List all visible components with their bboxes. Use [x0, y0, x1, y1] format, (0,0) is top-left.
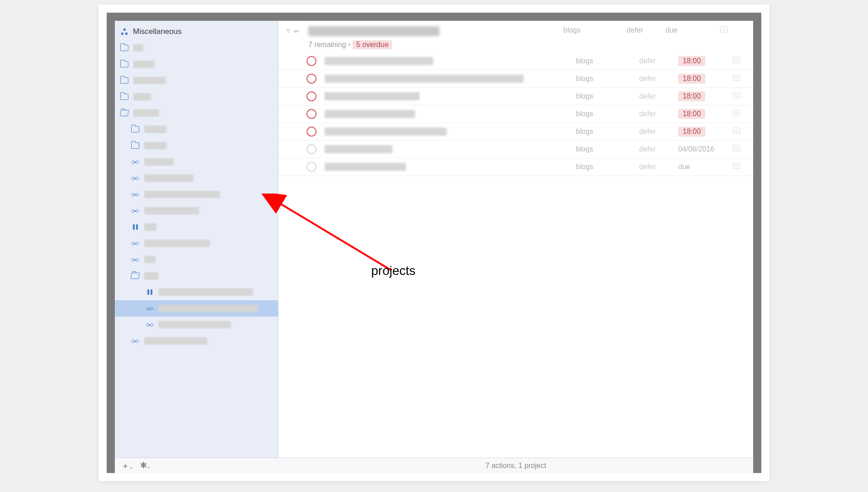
- sidebar-item[interactable]: [115, 72, 278, 89]
- task-note-button[interactable]: [731, 75, 742, 83]
- sidebar-item[interactable]: [115, 251, 278, 268]
- sidebar-item-label: [144, 207, 278, 215]
- task-title[interactable]: [325, 57, 576, 65]
- sidebar-item[interactable]: [115, 300, 278, 317]
- task-checkbox[interactable]: [307, 109, 316, 119]
- task-context[interactable]: blogs: [576, 75, 639, 83]
- remaining-count: 7 remaining: [308, 41, 346, 48]
- sidebar-item[interactable]: [115, 219, 278, 235]
- task-checkbox[interactable]: [307, 162, 316, 172]
- task-note-button[interactable]: [731, 110, 742, 118]
- task-due[interactable]: due: [678, 163, 731, 171]
- task-note-button[interactable]: [731, 163, 742, 171]
- task-note-button[interactable]: [731, 57, 742, 65]
- folder-open-icon: [131, 273, 140, 279]
- task-checkbox[interactable]: [307, 74, 316, 84]
- sidebar-item[interactable]: [115, 105, 278, 121]
- sidebar-item-label: [133, 60, 278, 68]
- task-row[interactable]: blogsdefer18:00: [278, 88, 753, 105]
- link-chain-icon[interactable]: ⚯: [294, 28, 299, 35]
- task-row[interactable]: blogsdefer18:00: [278, 123, 753, 141]
- task-defer[interactable]: defer: [639, 110, 678, 118]
- task-note-button[interactable]: [731, 128, 742, 136]
- task-context[interactable]: blogs: [576, 57, 639, 65]
- screenshot-frame: Miscellaneous ▽ ⚯ blogs defer due: [107, 13, 761, 473]
- task-title[interactable]: [325, 145, 576, 153]
- task-row[interactable]: blogsdefer18:00: [278, 105, 753, 123]
- main-area: Miscellaneous ▽ ⚯ blogs defer due: [115, 21, 753, 458]
- task-checkbox[interactable]: [307, 144, 316, 154]
- sidebar-item[interactable]: [115, 40, 278, 56]
- task-title[interactable]: [325, 110, 576, 118]
- sidebar-item-label: [158, 288, 278, 296]
- task-checkbox[interactable]: [307, 127, 316, 137]
- task-list: blogsdefer18:00blogsdefer18:00blogsdefer…: [278, 52, 753, 176]
- task-title[interactable]: [325, 92, 576, 100]
- sidebar-item[interactable]: [115, 268, 278, 284]
- sidebar-item[interactable]: [115, 56, 278, 72]
- task-due[interactable]: 18:00: [678, 74, 731, 84]
- task-context[interactable]: blogs: [576, 145, 639, 153]
- sidebar-item[interactable]: [115, 170, 278, 186]
- sidebar-item[interactable]: [115, 121, 278, 137]
- note-icon: [733, 57, 740, 63]
- task-defer[interactable]: defer: [639, 75, 678, 83]
- col-note[interactable]: [718, 26, 730, 34]
- task-note-button[interactable]: [731, 145, 742, 153]
- folder-icon: [131, 142, 139, 149]
- col-due[interactable]: due: [665, 26, 718, 34]
- task-defer[interactable]: defer: [639, 163, 678, 171]
- task-title[interactable]: [325, 163, 576, 171]
- gear-button[interactable]: ✻⌄: [140, 460, 151, 471]
- task-due[interactable]: 18:00: [678, 56, 731, 66]
- sequential-project-icon: [132, 257, 139, 262]
- project-title-area: [308, 26, 563, 36]
- pause-icon: [133, 224, 138, 230]
- sidebar-item[interactable]: [115, 89, 278, 105]
- task-context[interactable]: blogs: [576, 163, 639, 171]
- sidebar-item-label: [158, 304, 278, 312]
- status-bar-left: ＋⌄ ✻⌄: [115, 460, 278, 471]
- task-context[interactable]: blogs: [576, 92, 639, 100]
- note-icon: [733, 92, 740, 99]
- disclosure-triangle-icon[interactable]: ▽: [287, 28, 290, 35]
- note-icon: [733, 110, 740, 116]
- col-context[interactable]: blogs: [563, 26, 627, 34]
- project-subheader: 7 remaining • 5 overdue: [278, 38, 753, 52]
- sidebar-item[interactable]: [115, 154, 278, 170]
- col-defer[interactable]: defer: [627, 26, 665, 34]
- task-defer[interactable]: defer: [639, 145, 678, 153]
- add-button[interactable]: ＋⌄: [121, 460, 133, 471]
- sidebar-item[interactable]: Miscellaneous: [115, 24, 278, 40]
- task-context[interactable]: blogs: [576, 128, 639, 136]
- folder-icon: [120, 94, 128, 100]
- task-due[interactable]: 18:00: [678, 127, 731, 137]
- task-defer[interactable]: defer: [639, 92, 678, 100]
- task-row[interactable]: blogsdefer04/06/2016: [278, 141, 753, 158]
- sidebar-item[interactable]: [115, 186, 278, 203]
- task-context[interactable]: blogs: [576, 110, 639, 118]
- task-note-button[interactable]: [731, 92, 742, 100]
- sidebar-item[interactable]: [115, 333, 278, 349]
- sidebar-item[interactable]: [115, 235, 278, 251]
- task-row[interactable]: blogsdeferdue: [278, 158, 753, 176]
- task-defer[interactable]: defer: [639, 128, 678, 136]
- sidebar-item[interactable]: [115, 203, 278, 219]
- note-icon: [733, 75, 740, 81]
- task-due[interactable]: 04/06/2016: [678, 145, 731, 153]
- task-checkbox[interactable]: [307, 91, 316, 101]
- task-row[interactable]: blogsdefer18:00: [278, 70, 753, 88]
- task-title[interactable]: [325, 128, 576, 136]
- content-pane: ▽ ⚯ blogs defer due 7 remaining: [278, 21, 753, 458]
- task-title[interactable]: [325, 75, 576, 83]
- project-title[interactable]: [308, 26, 439, 36]
- sidebar-item[interactable]: [115, 284, 278, 300]
- sidebar-item[interactable]: [115, 317, 278, 333]
- task-checkbox[interactable]: [307, 56, 316, 66]
- task-due[interactable]: 18:00: [678, 91, 731, 101]
- sidebar-item[interactable]: [115, 137, 278, 154]
- sidebar-item-label: [144, 125, 278, 133]
- task-row[interactable]: blogsdefer18:00: [278, 52, 753, 70]
- task-defer[interactable]: defer: [639, 57, 678, 65]
- task-due[interactable]: 18:00: [678, 109, 731, 119]
